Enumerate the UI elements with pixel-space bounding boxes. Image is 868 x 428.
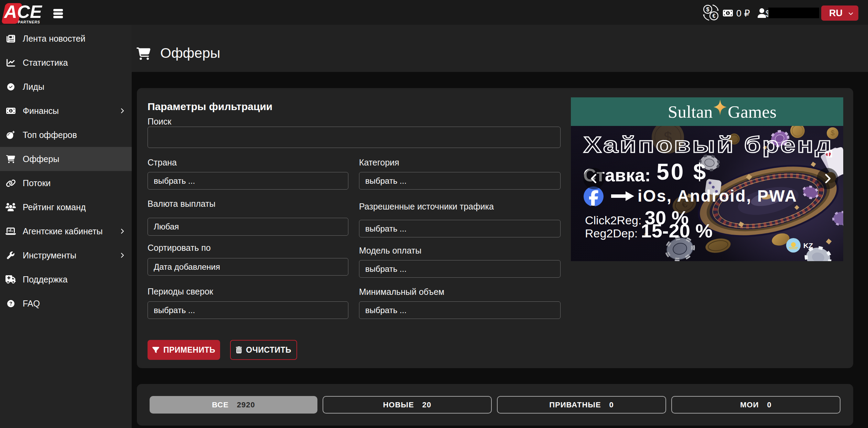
svg-text:$: $ [706, 7, 709, 12]
svg-text:€: € [713, 13, 716, 19]
